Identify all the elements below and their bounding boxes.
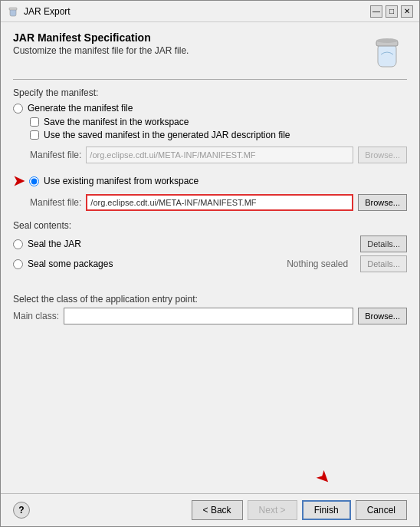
inactive-manifest-input [86,147,353,163]
inactive-manifest-row: Manifest file: Browse... [30,147,407,163]
page-title: JAR Manifest Specification [13,31,189,44]
use-saved-label: Use the saved manifest in the generated … [44,130,290,140]
finish-button[interactable]: Finish [302,500,351,520]
title-bar: JAR Export — □ ✕ [1,1,419,22]
svg-rect-1 [9,8,17,10]
title-bar-left: JAR Export [7,5,71,18]
main-class-label: Main class: [13,311,59,321]
active-manifest-label: Manifest file: [30,197,81,208]
entry-section: Select the class of the application entr… [13,294,407,324]
svg-rect-2 [378,44,396,67]
active-manifest-input[interactable] [86,194,353,211]
inactive-browse-button: Browse... [358,147,407,163]
gap3 [13,282,407,291]
main-class-row: Main class: Browse... [13,308,407,324]
close-button[interactable]: ✕ [401,5,413,18]
footer-left: ? [13,502,30,519]
seal-jar-row: Seal the JAR Details... [13,236,407,252]
header-text: JAR Manifest Specification Customize the… [13,31,189,56]
generate-radio-row: Generate the manifest file [13,103,407,114]
main-class-input[interactable] [64,308,353,324]
main-class-browse-button[interactable]: Browse... [358,308,407,324]
seal-jar-label: Seal the JAR [28,239,81,249]
seal-jar-details-button[interactable]: Details... [360,236,407,252]
specify-label: Specify the manifest: [13,87,407,98]
existing-radio[interactable] [29,176,39,186]
header-area: JAR Manifest Specification Customize the… [13,31,407,71]
seal-jar-left: Seal the JAR [13,239,81,249]
footer: ? < Back Next > Finish Cancel [1,493,419,526]
jar-image [367,31,407,71]
bottom-arrow-wrapper: ➤ [13,467,407,487]
seal-label: Seal contents: [13,220,407,231]
gap2 [13,211,407,220]
nothing-sealed-label: Nothing sealed [287,259,348,269]
help-button[interactable]: ? [13,502,30,519]
seal-packages-row: Seal some packages Nothing sealed Detail… [13,255,407,272]
seal-packages-label: Seal some packages [28,259,113,269]
save-workspace-checkbox[interactable] [30,117,39,127]
generate-radio[interactable] [13,104,23,114]
generate-radio-label: Generate the manifest file [28,103,133,114]
maximize-button[interactable]: □ [386,5,398,18]
save-workspace-row: Save the manifest in the workspace [30,117,407,127]
active-manifest-row: Manifest file: Browse... [30,194,407,211]
finish-arrow-indicator: ➤ [311,465,335,489]
jar-title-icon [7,5,19,18]
page-subtitle: Customize the manifest file for the JAR … [13,45,189,56]
footer-right: < Back Next > Finish Cancel [192,500,407,520]
title-bar-controls: — □ ✕ [370,5,413,18]
cancel-button[interactable]: Cancel [356,500,407,520]
header-divider [13,79,407,80]
entry-label: Select the class of the application entr… [13,294,407,305]
radio-group: Generate the manifest file Save the mani… [13,103,407,163]
existing-radio-label: Use existing manifest from workspace [44,176,199,186]
next-button[interactable]: Next > [248,500,297,520]
jar-export-window: JAR Export — □ ✕ JAR Manifest Specificat… [0,0,420,527]
back-button[interactable]: < Back [192,500,243,520]
spacer [13,324,407,466]
main-content: JAR Manifest Specification Customize the… [1,22,419,493]
seal-packages-radio[interactable] [13,259,23,269]
inactive-manifest-label: Manifest file: [30,150,81,160]
use-saved-row: Use the saved manifest in the generated … [30,130,407,140]
active-browse-button[interactable]: Browse... [358,194,407,211]
use-saved-checkbox[interactable] [30,130,39,140]
minimize-button[interactable]: — [370,5,382,18]
seal-jar-radio[interactable] [13,239,23,249]
arrow-indicator-1: ➤ [13,173,25,189]
sub-options: Save the manifest in the workspace Use t… [30,117,407,140]
seal-packages-details-button: Details... [360,255,407,272]
svg-point-4 [376,38,398,43]
save-workspace-label: Save the manifest in the workspace [44,117,189,127]
gap1 [13,163,407,173]
window-title: JAR Export [24,6,71,17]
seal-packages-left: Seal some packages [13,259,113,269]
seal-section: Seal contents: Seal the JAR Details... S… [13,220,407,275]
